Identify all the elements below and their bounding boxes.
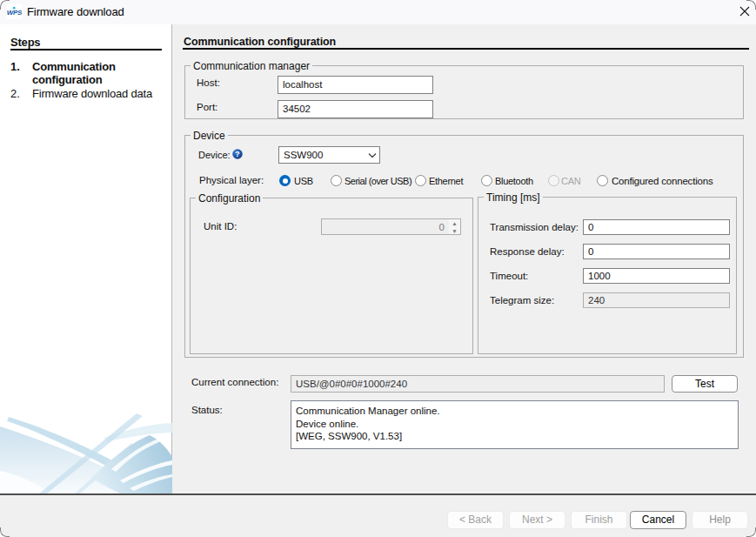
svg-text:?: ? [235, 150, 239, 158]
svg-text:WPS: WPS [7, 9, 22, 17]
